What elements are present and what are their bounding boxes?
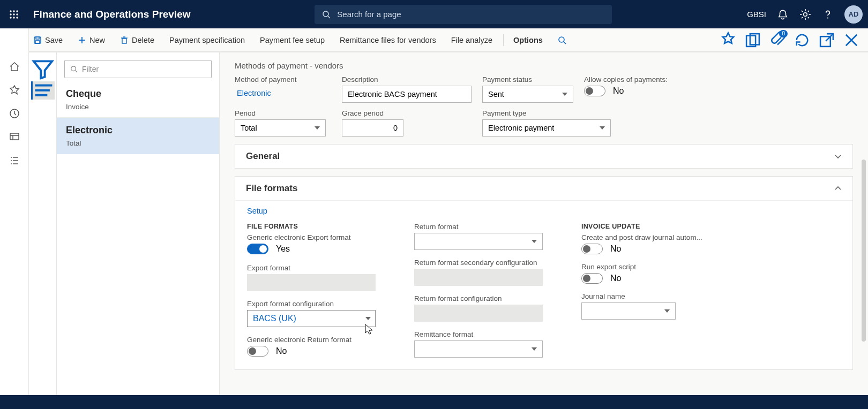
list-pane-tabs xyxy=(29,52,57,409)
cursor-icon xyxy=(364,323,374,335)
list-item-electronic[interactable]: Electronic Total xyxy=(57,118,219,154)
svg-point-0 xyxy=(10,10,11,12)
gear-icon[interactable] xyxy=(799,9,811,20)
copilot-icon[interactable] xyxy=(719,31,737,49)
avatar[interactable]: AD xyxy=(844,5,863,24)
help-icon[interactable] xyxy=(822,9,834,20)
chevron-up-icon xyxy=(834,185,842,192)
payment-specification-button[interactable]: Payment specification xyxy=(162,28,252,51)
file-formats-panel-header[interactable]: File formats xyxy=(235,177,852,200)
export-config-value: BACS (UK) xyxy=(253,314,296,323)
journal-name-label: Journal name xyxy=(581,292,731,300)
workspaces-icon[interactable] xyxy=(9,131,20,143)
filter-pane-icon[interactable] xyxy=(31,60,55,78)
separator xyxy=(503,34,504,46)
form-content: Methods of payment - vendors Method of p… xyxy=(220,52,868,409)
filter-placeholder: Filter xyxy=(82,65,99,73)
filter-input[interactable]: Filter xyxy=(64,60,212,78)
global-search-input[interactable]: Search for a page xyxy=(315,5,612,24)
payment-fee-setup-button[interactable]: Payment fee setup xyxy=(252,28,332,51)
remittance-format-label: Remittance format xyxy=(414,330,564,338)
list-item-title: Cheque xyxy=(66,88,210,100)
list-pane-icon[interactable] xyxy=(31,81,55,100)
grace-input[interactable]: 0 xyxy=(342,119,403,137)
svg-point-4 xyxy=(13,13,14,15)
company-selector[interactable]: GBSI xyxy=(747,10,766,19)
status-label: Payment status xyxy=(482,75,573,84)
home-icon[interactable] xyxy=(9,60,20,72)
pfee-label: Payment fee setup xyxy=(260,36,325,44)
svg-point-6 xyxy=(10,17,11,18)
remittance-format-select[interactable] xyxy=(414,340,543,358)
invoice-update-subtitle: INVOICE UPDATE xyxy=(581,223,731,230)
attachments-icon[interactable]: 0 xyxy=(768,31,787,49)
period-select[interactable]: Total xyxy=(235,119,326,137)
favorites-icon[interactable] xyxy=(9,84,20,96)
svg-rect-33 xyxy=(10,133,19,140)
generic-export-label: Generic electronic Export format xyxy=(247,233,397,241)
ptype-select[interactable]: Electronic payment xyxy=(482,119,611,137)
period-value: Total xyxy=(241,124,257,132)
grace-value: 0 xyxy=(393,124,398,132)
chevron-down-icon xyxy=(365,317,371,320)
generic-return-label: Generic electronic Return format xyxy=(247,336,397,344)
svg-line-10 xyxy=(328,16,330,18)
list-item-cheque[interactable]: Cheque Invoice xyxy=(57,81,219,118)
method-value[interactable]: Electronic xyxy=(235,86,331,101)
file-analyze-button[interactable]: File analyze xyxy=(444,28,500,51)
general-panel-header[interactable]: General xyxy=(235,145,852,168)
description-value: Electronic BACS payment xyxy=(348,90,437,99)
setup-link[interactable]: Setup xyxy=(247,207,267,215)
chevron-down-icon xyxy=(834,153,842,160)
return-conf-input xyxy=(414,305,543,322)
popout-icon[interactable] xyxy=(818,31,836,49)
export-config-select[interactable]: BACS (UK) xyxy=(247,310,376,327)
description-label: Description xyxy=(342,75,472,84)
allow-copies-toggle[interactable] xyxy=(584,86,605,96)
fanalyze-label: File analyze xyxy=(451,36,492,44)
generic-export-toggle[interactable] xyxy=(247,244,268,254)
open-new-window-icon[interactable] xyxy=(744,31,762,49)
run-export-label: Run export script xyxy=(581,263,731,271)
create-post-label: Create and post draw journal autom... xyxy=(581,233,731,241)
journal-name-select[interactable] xyxy=(581,302,676,320)
svg-rect-17 xyxy=(36,37,39,39)
generic-return-value: No xyxy=(276,346,287,356)
list-item-sub: Total xyxy=(66,139,210,147)
refresh-icon[interactable] xyxy=(793,31,811,49)
run-export-toggle[interactable] xyxy=(581,273,603,284)
status-select[interactable]: Sent xyxy=(482,86,573,103)
generic-return-toggle[interactable] xyxy=(247,346,268,357)
return-format-select[interactable] xyxy=(414,233,543,250)
new-button[interactable]: New xyxy=(70,28,113,51)
allow-copies-label: Allow copies of payments: xyxy=(584,75,803,84)
remittance-files-button[interactable]: Remittance files for vendors xyxy=(332,28,444,51)
options-button[interactable]: Options xyxy=(506,28,550,51)
bell-icon[interactable] xyxy=(777,9,789,20)
find-button[interactable] xyxy=(550,28,574,51)
app-launcher-icon[interactable] xyxy=(5,6,23,23)
delete-label: Delete xyxy=(132,36,154,44)
grace-label: Grace period xyxy=(342,109,472,117)
svg-line-25 xyxy=(564,42,566,44)
return-sec-input xyxy=(414,269,543,286)
svg-point-11 xyxy=(804,12,807,16)
delete-button[interactable]: Delete xyxy=(113,28,162,51)
file-formats-panel: File formats Setup FILE FORMATS Generic … xyxy=(235,176,853,370)
recent-icon[interactable] xyxy=(9,108,20,119)
scrollbar[interactable] xyxy=(862,160,866,342)
svg-point-2 xyxy=(16,10,18,12)
description-input[interactable]: Electronic BACS payment xyxy=(342,86,472,103)
save-button[interactable]: Save xyxy=(26,28,70,51)
create-post-toggle[interactable] xyxy=(581,244,603,254)
svg-point-12 xyxy=(827,17,828,18)
return-conf-label: Return format configuration xyxy=(414,294,564,302)
modules-icon[interactable] xyxy=(9,155,20,166)
close-icon[interactable] xyxy=(842,31,860,49)
options-label: Options xyxy=(513,36,543,44)
file-formats-subtitle: FILE FORMATS xyxy=(247,223,397,230)
general-panel: General xyxy=(235,144,853,169)
search-placeholder: Search for a page xyxy=(337,10,401,19)
ptype-label: Payment type xyxy=(482,109,803,117)
ptype-value: Electronic payment xyxy=(488,124,554,132)
